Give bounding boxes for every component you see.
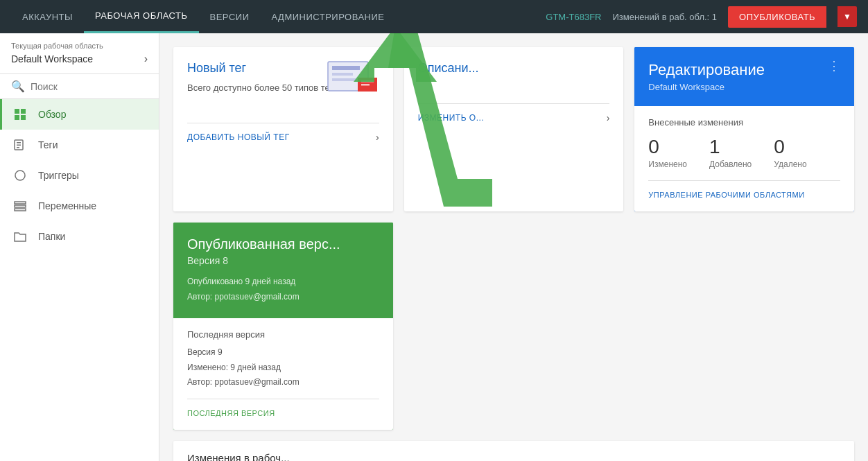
editing-three-dots[interactable]: ⋮ [828,58,840,73]
description-arrow-icon: › [607,112,610,123]
publish-dropdown-button[interactable]: ▼ [837,6,857,27]
new-tag-card: Новый тег Всего доступно более 50 типов … [173,47,393,211]
published-version: Версия 8 [187,255,379,266]
change-item-modified: 0 Изменено [648,136,687,169]
description-card: Описани... ИЗМЕНИТЬ О... › [404,47,624,211]
svg-rect-18 [361,80,374,82]
new-tag-icon [327,58,382,100]
publish-button[interactable]: ОПУБЛИКОВАТЬ [728,6,826,28]
nav-item-versions[interactable]: ВЕРСИИ [199,0,261,33]
svg-rect-2 [15,115,19,120]
svg-rect-5 [17,142,21,143]
description-title: Описани... [418,61,610,76]
nav-item-workspace[interactable]: РАБОЧАЯ ОБЛАСТЬ [84,0,199,33]
variables-icon [13,199,27,213]
nav-items: Обзор Теги [0,99,159,461]
editing-changes-label: Внесенные изменения [648,117,840,128]
changes-table-section: Изменения в рабоч... Имя ▲ Тип Изменение… [173,441,854,461]
main-layout: Текущая рабочая область Default Workspac… [0,33,868,461]
overview-icon [13,107,27,121]
sidebar-item-tags[interactable]: Теги [0,130,159,160]
svg-rect-15 [332,78,356,81]
svg-rect-19 [361,84,370,86]
workspace-selector[interactable]: Default Workspace › [11,53,148,65]
svg-rect-1 [21,109,26,114]
published-date: Опубликовано 9 дней назад [187,275,379,290]
svg-rect-11 [15,209,26,211]
sidebar-item-folders-label: Папки [38,231,65,242]
folders-icon [13,229,27,243]
editing-title: Редактирование [648,61,840,79]
published-author: Автор: ppotasuev@gmail.com [187,290,379,305]
sidebar-item-triggers[interactable]: Триггеры [0,160,159,191]
changes-row: 0 Изменено 1 Добавлено 0 Удалено [648,136,840,169]
change-label-deleted: Удалено [774,159,806,169]
nav-item-admin[interactable]: АДМИНИСТРИРОВАНИЕ [260,0,395,33]
sidebar-item-folders[interactable]: Папки [0,221,159,252]
sidebar-item-overview[interactable]: Обзор [0,99,159,130]
sidebar-item-variables[interactable]: Переменные [0,191,159,221]
change-item-added: 1 Добавлено [709,136,752,169]
search-box: 🔍 [0,74,159,99]
new-tag-arrow-icon: › [376,132,379,143]
version-num: Версия 9 [187,345,379,360]
last-version-link[interactable]: ПОСЛЕДНЯЯ ВЕРСИЯ [187,409,275,417]
svg-rect-10 [15,205,26,207]
changes-count: Изменений в раб. обл.: 1 [612,12,717,22]
published-title: Опубликованная верс... [187,236,379,252]
search-input[interactable] [31,81,148,92]
workspace-arrow-icon: › [144,53,148,65]
triggers-icon [13,168,27,182]
change-num-deleted: 0 [774,136,806,158]
svg-rect-0 [15,109,19,114]
nav-item-accounts[interactable]: АККАУНТЫ [11,0,84,33]
published-card: Опубликованная верс... Версия 8 Опублико… [173,223,393,430]
changes-table-title: Изменения в рабоч... [173,441,854,461]
main-content: Новый тег Всего доступно более 50 типов … [159,33,868,461]
svg-rect-13 [332,66,360,70]
svg-rect-6 [17,145,21,146]
version-info: Версия 9 Изменено: 9 дней назад Автор: p… [187,345,379,390]
sidebar-item-overview-label: Обзор [38,109,66,120]
last-version-label: Последняя версия [187,329,379,340]
editing-workspace: Default Workspace [648,82,840,92]
change-label-modified: Изменено [648,159,687,169]
sidebar-item-variables-label: Переменные [38,200,96,211]
change-description-link[interactable]: ИЗМЕНИТЬ О... [418,113,485,123]
workspace-name: Default Workspace [11,53,93,64]
editing-card: ⋮ Редактирование Default Workspace Внесе… [634,47,854,211]
version-changed: Изменено: 9 дней назад [187,360,379,376]
sidebar: Текущая рабочая область Default Workspac… [0,33,159,461]
svg-rect-3 [21,115,26,120]
version-author: Автор: ppotasuev@gmail.com [187,375,379,390]
search-icon: 🔍 [11,80,25,93]
change-label-added: Добавлено [709,159,752,169]
sidebar-item-tags-label: Теги [38,139,58,150]
change-num-added: 1 [709,136,752,158]
change-item-deleted: 0 Удалено [774,136,806,169]
workspace-label: Текущая рабочая область [11,42,148,50]
sidebar-item-triggers-label: Триггеры [38,170,79,181]
container-id[interactable]: GTM-T683FR [546,12,601,22]
add-new-tag-link[interactable]: ДОБАВИТЬ НОВЫЙ ТЕГ [187,132,290,142]
change-num-modified: 0 [648,136,687,158]
svg-rect-9 [15,202,26,204]
editing-arrow-icon: › [837,189,840,200]
tag-icon [13,138,27,152]
svg-rect-7 [17,147,19,148]
published-arrow-icon: › [376,408,379,419]
manage-workspaces-link[interactable]: УПРАВЛЕНИЕ РАБОЧИМИ ОБЛАСТЯМИ [648,191,804,199]
workspace-section: Текущая рабочая область Default Workspac… [0,33,159,74]
svg-rect-14 [332,73,353,76]
cards-row: Новый тег Всего доступно более 50 типов … [173,47,854,430]
svg-point-8 [15,171,25,180]
top-navigation: АККАУНТЫ РАБОЧАЯ ОБЛАСТЬ ВЕРСИИ АДМИНИСТ… [0,0,868,33]
